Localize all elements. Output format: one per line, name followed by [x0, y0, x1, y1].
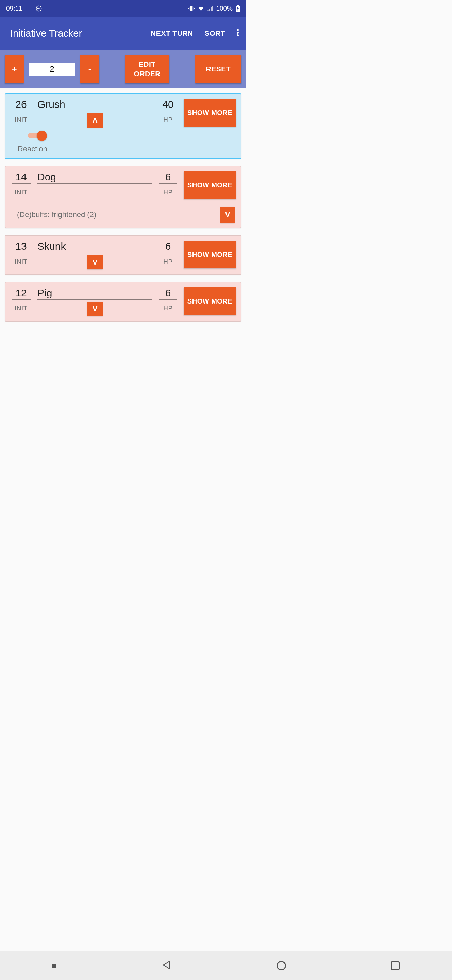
init-label: INIT [14, 258, 27, 266]
svg-point-4 [237, 29, 239, 31]
show-more-button[interactable]: SHOW MORE [184, 287, 236, 315]
init-input[interactable] [11, 99, 31, 111]
app-title: Initiative Tracker [10, 28, 82, 39]
hp-label: HP [163, 305, 173, 312]
reaction-toggle[interactable] [28, 130, 47, 141]
show-more-button[interactable]: SHOW MORE [184, 171, 236, 199]
edit-order-button[interactable]: EDIT ORDER [125, 55, 170, 83]
init-input[interactable] [11, 171, 31, 184]
reset-button[interactable]: RESET [195, 55, 242, 83]
next-turn-button[interactable]: NEXT TURN [151, 29, 193, 37]
name-input[interactable] [37, 171, 152, 184]
signal-icon [207, 5, 213, 11]
hp-label: HP [163, 258, 173, 266]
show-more-button[interactable]: SHOW MORE [184, 99, 236, 127]
name-input[interactable] [37, 99, 152, 111]
minus-button[interactable]: - [80, 55, 99, 83]
hp-label: HP [163, 189, 173, 196]
expand-icon[interactable]: V [87, 255, 103, 269]
name-input[interactable] [37, 240, 152, 253]
creature-card: INITHPSHOW MORE(De)buffs: frightened (2)… [5, 166, 241, 228]
hp-input[interactable] [159, 287, 177, 300]
status-bar: 09:11 100% [0, 0, 246, 17]
battery-icon [235, 5, 240, 12]
vibrate-icon [188, 5, 195, 12]
expand-icon[interactable]: V [87, 302, 103, 316]
svg-point-5 [237, 32, 239, 34]
show-more-button[interactable]: SHOW MORE [184, 240, 236, 269]
hp-input[interactable] [159, 171, 177, 184]
sort-button[interactable]: SORT [205, 29, 225, 37]
status-battery-text: 100% [216, 5, 233, 12]
init-label: INIT [14, 116, 27, 124]
count-input[interactable] [29, 63, 75, 76]
toolbar: + - EDIT ORDER RESET [0, 50, 246, 89]
init-input[interactable] [11, 240, 31, 253]
reaction-label: Reaction [18, 145, 47, 153]
hp-input[interactable] [159, 99, 177, 111]
status-time: 09:11 [6, 5, 22, 12]
creature-list: INITΛHPSHOW MOREReactionINITHPSHOW MORE(… [0, 89, 246, 326]
svg-point-6 [237, 34, 239, 37]
expand-icon[interactable]: V [220, 207, 235, 223]
hp-label: HP [163, 116, 173, 124]
collapse-icon[interactable]: Λ [87, 113, 103, 127]
plus-button[interactable]: + [5, 55, 24, 83]
wifi-icon [198, 5, 205, 12]
creature-card: INITΛHPSHOW MOREReaction [5, 93, 241, 159]
app-bar: Initiative Tracker NEXT TURN SORT [0, 17, 246, 50]
name-input[interactable] [37, 287, 152, 300]
app-status-icon [35, 5, 42, 12]
init-input[interactable] [11, 287, 31, 300]
init-label: INIT [14, 189, 27, 196]
debuffs-text: (De)buffs: frightened (2) [17, 210, 220, 219]
creature-card: INITVHPSHOW MORE [5, 282, 241, 321]
init-label: INIT [14, 305, 27, 312]
creature-card: INITVHPSHOW MORE [5, 235, 241, 275]
svg-rect-1 [190, 6, 193, 11]
usb-icon [26, 5, 32, 11]
svg-rect-3 [237, 5, 239, 6]
hp-input[interactable] [159, 240, 177, 253]
overflow-menu-icon[interactable] [237, 29, 239, 38]
